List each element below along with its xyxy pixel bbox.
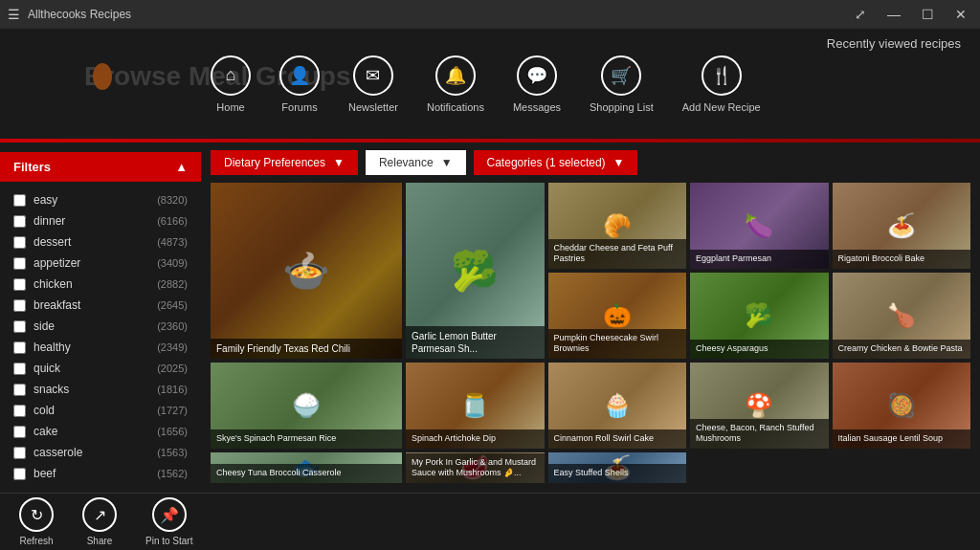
resize-button[interactable]: ⤢ [849,5,872,24]
filter-easy-checkbox[interactable] [13,194,26,207]
recipe-card-garlic-lemon[interactable]: 🥦 Garlic Lemon Butter Parmesan Sh... [406,183,545,359]
recipe-card-stuffed-mushrooms[interactable]: 🍄 Cheese, Bacon, Ranch Stuffed Mushrooms [690,363,829,449]
nav-shopping-label: Shopping List [590,101,654,113]
recipe-card-texas-chili[interactable]: 🍲 Family Friendly Texas Red Chili [211,183,402,359]
dietary-dropdown[interactable]: Dietary Preferences ▼ [211,150,358,175]
filter-cold-count: (1727) [157,405,188,416]
filter-appetizer-count: (3409) [157,257,188,269]
recipe-card-eggplant[interactable]: 🍆 Eggplant Parmesan [690,183,829,269]
recipe-card-spinach-rice[interactable]: 🍚 Skye's Spinach Parmesan Rice [211,363,402,449]
relevance-label: Relevance [379,156,434,169]
nav-add-recipe[interactable]: 🍴 Add New Recipe [682,55,761,113]
recipe-card-cinnamon-roll[interactable]: 🧁 Cinnamon Roll Swirl Cake [548,363,687,449]
filter-appetizer-checkbox[interactable] [13,257,26,270]
filter-cold-checkbox[interactable] [13,405,26,417]
relevance-dropdown[interactable]: Relevance ▼ [366,150,466,175]
filter-breakfast-checkbox[interactable] [13,299,26,312]
nav-bar: Browse Meal Groups ⌂ Home 👤 Forums ✉ New… [0,29,980,139]
recipe-label-chicken-pasta: Creamy Chicken & Bowtie Pasta [833,340,971,359]
title-bar: ☰ Allthecooks Recipes ⤢ — ☐ ✕ [0,0,980,29]
filter-dessert-checkbox[interactable] [13,236,26,249]
filter-appetizer[interactable]: appetizer (3409) [0,253,201,274]
hamburger-menu[interactable]: ☰ [8,7,20,22]
filter-chicken-label: chicken [33,277,73,291]
recipe-card-pork-garlic[interactable]: 🥩 My Pork In Garlic & and Mustard Sauce … [406,452,545,483]
relevance-chevron-icon: ▼ [441,156,453,169]
filter-dinner-checkbox[interactable] [13,215,26,228]
recipe-label-spinach-dip: Spinach Artichoke Dip [406,429,545,449]
nav-home[interactable]: ⌂ Home [211,55,251,113]
filter-dinner-count: (6166) [157,215,188,227]
recipe-card-rigatoni[interactable]: 🍝 Rigatoni Broccoli Bake [833,183,971,269]
recipe-card-lentil-soup[interactable]: 🥘 Italian Sausage Lentil Soup [833,363,971,449]
filter-breakfast-label: breakfast [33,298,80,312]
filter-healthy-checkbox[interactable] [13,341,26,354]
filter-chicken-checkbox[interactable] [13,278,26,291]
filter-snacks-checkbox[interactable] [13,384,26,396]
filter-breakfast[interactable]: breakfast (2645) [0,295,201,316]
recipe-label-spinach-rice: Skye's Spinach Parmesan Rice [211,429,402,449]
nav-newsletter[interactable]: ✉ Newsletter [348,55,398,113]
newsletter-icon: ✉ [353,55,393,96]
recipe-card-chicken-pasta[interactable]: 🍗 Creamy Chicken & Bowtie Pasta [833,273,971,359]
filter-quick-label: quick [33,362,60,375]
nav-newsletter-label: Newsletter [348,101,398,113]
filter-cold[interactable]: cold (1727) [0,400,201,421]
chevron-down-icon: ▼ [333,156,345,169]
filter-beef-checkbox[interactable] [13,468,26,480]
nav-messages[interactable]: 💬 Messages [513,55,561,113]
chevron-up-icon: ▲ [175,160,188,174]
recipe-area: Dietary Preferences ▼ Relevance ▼ Catego… [201,143,980,493]
filter-casserole-count: (1563) [157,447,188,458]
categories-chevron-icon: ▼ [613,156,625,169]
filter-header[interactable]: Filters ▲ [0,152,201,182]
recipe-card-stuffed-shells[interactable]: 🍝 Easy Stuffed Shells [548,452,687,483]
filter-casserole-checkbox[interactable] [13,447,26,459]
nav-home-label: Home [216,101,244,113]
filter-dinner-label: dinner [33,214,65,228]
filter-easy[interactable]: easy (8320) [0,189,201,210]
filter-cake[interactable]: cake (1656) [0,421,201,442]
recipe-card-spinach-dip[interactable]: 🫙 Spinach Artichoke Dip [406,363,545,449]
cart-icon: 🛒 [601,55,641,96]
recently-viewed-text: Recently viewed recipes [827,36,961,51]
recipe-label-stuffed-mushrooms: Cheese, Bacon, Ranch Stuffed Mushrooms [690,419,829,449]
nav-notifications[interactable]: 🔔 Notifications [427,55,484,113]
filter-side[interactable]: side (2360) [0,316,201,337]
minimize-button[interactable]: — [881,5,906,24]
close-button[interactable]: ✕ [949,5,972,24]
filter-beef[interactable]: beef (1562) [0,463,201,484]
bottom-refresh[interactable]: ↻ Refresh [19,497,54,546]
nav-notifications-label: Notifications [427,101,484,113]
filter-dinner[interactable]: dinner (6166) [0,210,201,231]
filter-quick[interactable]: quick (2025) [0,358,201,379]
filter-chicken[interactable]: chicken (2882) [0,274,201,295]
bottom-share[interactable]: ↗ Share [82,497,117,546]
recipe-grid: 🍲 Family Friendly Texas Red Chili 🥐 Ched… [201,183,980,493]
recipe-label-cinnamon-roll: Cinnamon Roll Swirl Cake [548,429,687,449]
filter-healthy[interactable]: healthy (2349) [0,337,201,358]
filter-snacks-label: snacks [33,383,69,396]
filter-easy-label: easy [33,193,57,207]
filter-casserole[interactable]: casserole (1563) [0,442,201,463]
recipe-card-pumpkin[interactable]: 🎃 Pumpkin Cheesecake Swirl Brownies [548,273,687,359]
nav-forums[interactable]: 👤 Forums [279,55,320,113]
filter-quick-count: (2025) [157,363,188,374]
filter-quick-checkbox[interactable] [13,363,26,375]
app-title: Allthecooks Recipes [28,8,131,21]
categories-dropdown[interactable]: Categories (1 selected) ▼ [474,150,638,175]
recipe-card-cheddar-feta[interactable]: 🥐 Cheddar Cheese and Feta Puff Pastries [548,183,687,269]
bottom-bar: ↻ Refresh ↗ Share 📌 Pin to Start [0,493,980,550]
maximize-button[interactable]: ☐ [916,5,940,24]
bottom-pin[interactable]: 📌 Pin to Start [145,497,192,546]
filter-cake-checkbox[interactable] [13,426,26,438]
filter-snacks[interactable]: snacks (1816) [0,379,201,400]
recently-viewed: Recently viewed recipes [827,36,961,51]
recipe-card-tuna-casserole[interactable]: 🐟 Cheesy Tuna Broccoli Casserole [211,452,402,483]
main-content: Filters ▲ easy (8320) dinner (6166) dess… [0,143,980,493]
nav-shopping-list[interactable]: 🛒 Shopping List [590,55,654,113]
fork-icon: 🍴 [702,55,742,96]
filter-side-checkbox[interactable] [13,320,26,333]
recipe-card-asparagus[interactable]: 🥦 Cheesy Asparagus [690,273,829,359]
filter-dessert[interactable]: dessert (4873) [0,231,201,253]
